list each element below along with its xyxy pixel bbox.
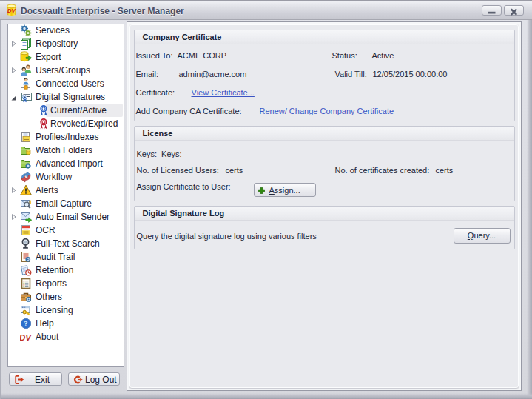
svg-text:?: ? (24, 320, 28, 328)
svg-text:DV: DV (7, 7, 16, 14)
svg-text:DV: DV (20, 333, 32, 342)
